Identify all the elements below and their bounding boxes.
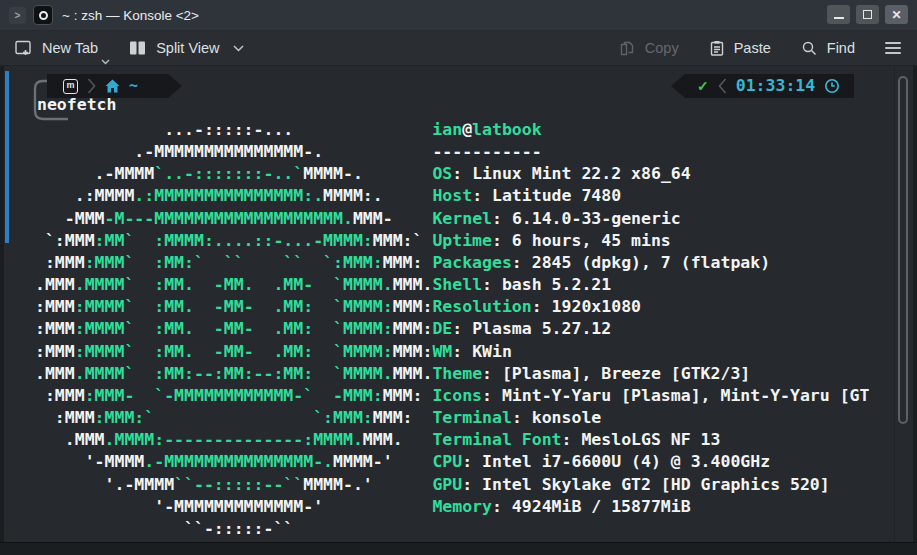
konsole-window: > ~ : zsh — Konsole <2> ✕ New Tab bbox=[0, 0, 917, 555]
close-button[interactable]: ✕ bbox=[885, 5, 908, 24]
maximize-icon bbox=[863, 10, 872, 19]
clock-icon bbox=[824, 78, 840, 94]
menu-button[interactable] bbox=[885, 42, 901, 54]
find-label: Find bbox=[827, 40, 855, 56]
minimize-icon bbox=[834, 17, 844, 19]
find-button[interactable]: Find bbox=[801, 40, 855, 57]
copy-button[interactable]: Copy bbox=[619, 40, 679, 57]
window-title: ~ : zsh — Konsole <2> bbox=[62, 8, 199, 23]
home-icon bbox=[105, 79, 120, 93]
copy-label: Copy bbox=[645, 40, 679, 56]
split-view-icon bbox=[128, 40, 147, 56]
close-icon: ✕ bbox=[891, 9, 901, 21]
paste-label: Paste bbox=[734, 40, 771, 56]
new-output-marker bbox=[5, 71, 9, 243]
split-view-button[interactable]: Split View bbox=[128, 40, 243, 56]
minimize-button[interactable] bbox=[827, 5, 850, 24]
chevron-right-separator-icon bbox=[87, 78, 96, 94]
scrollbar-thumb[interactable] bbox=[898, 76, 908, 424]
new-tab-icon bbox=[14, 39, 33, 57]
konsole-app-icon[interactable] bbox=[33, 5, 53, 25]
split-view-label: Split View bbox=[156, 40, 219, 56]
command-text: neofetch bbox=[37, 95, 116, 114]
maximize-button[interactable] bbox=[856, 5, 879, 24]
new-tab-dropdown-icon bbox=[101, 59, 110, 65]
exit-status-check-icon: ✓ bbox=[697, 79, 709, 93]
new-tab-button[interactable]: New Tab bbox=[14, 39, 98, 57]
hamburger-icon bbox=[885, 42, 901, 44]
paste-button[interactable]: Paste bbox=[709, 40, 771, 57]
scrollbar[interactable] bbox=[894, 66, 913, 542]
window-menu-icon[interactable]: > bbox=[9, 7, 26, 24]
split-view-dropdown-icon bbox=[233, 45, 244, 52]
new-tab-label: New Tab bbox=[42, 40, 98, 56]
toolbar: New Tab Split View bbox=[0, 30, 917, 66]
chevron-left-separator-icon bbox=[718, 78, 727, 94]
find-icon bbox=[801, 40, 818, 57]
window-frame-bottom bbox=[0, 542, 917, 555]
neofetch-output: ...-:::::-... ian@latbook .-MMMMMMMMMMMM… bbox=[35, 119, 869, 540]
terminal-view[interactable]: m ~ ✓ 01:33:14 neofetch ...-:::::-... bbox=[4, 66, 913, 542]
cwd-path: ~ bbox=[129, 77, 138, 95]
prompt-time: 01:33:14 bbox=[736, 78, 815, 95]
linux-mint-logo-icon: m bbox=[63, 79, 78, 94]
paste-icon bbox=[709, 40, 725, 57]
title-bar: > ~ : zsh — Konsole <2> ✕ bbox=[0, 0, 917, 30]
prompt-right-segment: ✓ 01:33:14 bbox=[685, 74, 854, 98]
copy-icon bbox=[619, 40, 636, 57]
